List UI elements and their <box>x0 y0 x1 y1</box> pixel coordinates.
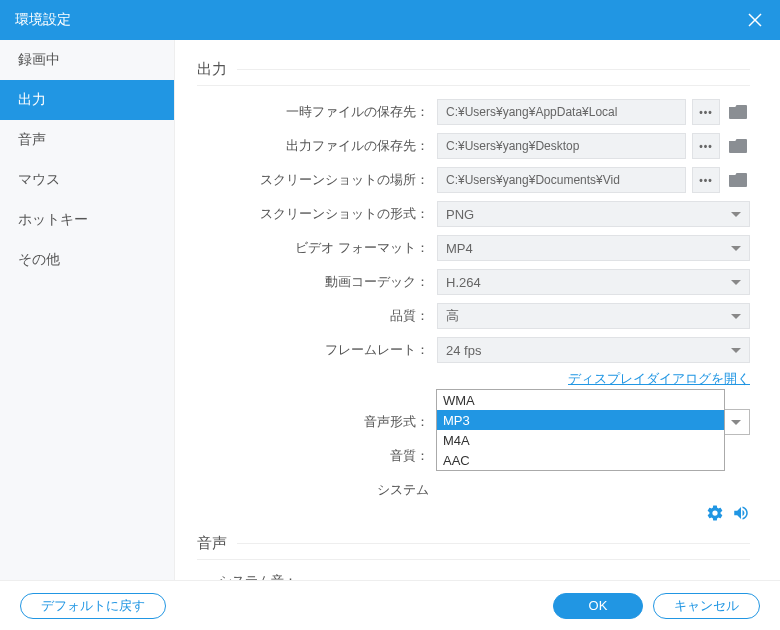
label-audio-format: 音声形式： <box>197 413 437 431</box>
browse-screenshot-path-button[interactable]: ••• <box>692 167 720 193</box>
sidebar-item-label: ホットキー <box>18 211 88 229</box>
browse-output-path-button[interactable]: ••• <box>692 133 720 159</box>
label-system-sound: システム音： <box>219 572 750 580</box>
folder-icon <box>729 105 747 119</box>
title-bar: 環境設定 <box>0 0 780 40</box>
chevron-down-icon <box>731 420 741 425</box>
section-title-output: 出力 <box>197 60 750 86</box>
speaker-icon[interactable] <box>732 504 750 520</box>
video-codec-dropdown[interactable]: H.264 <box>437 269 750 295</box>
window-title: 環境設定 <box>15 11 71 29</box>
cancel-button[interactable]: キャンセル <box>653 593 760 619</box>
sidebar-item-label: マウス <box>18 171 60 189</box>
label-output-path: 出力ファイルの保存先： <box>197 137 437 155</box>
ok-button[interactable]: OK <box>553 593 643 619</box>
sidebar-item-label: 録画中 <box>18 51 60 69</box>
sidebar-item-label: その他 <box>18 251 60 269</box>
default-button[interactable]: デフォルトに戻す <box>20 593 166 619</box>
label-system: システム <box>197 481 437 499</box>
section-title-audio: 音声 <box>197 534 750 560</box>
framerate-dropdown[interactable]: 24 fps <box>437 337 750 363</box>
label-screenshot-format: スクリーンショットの形式： <box>197 205 437 223</box>
dropdown-option-wma[interactable]: WMA <box>437 390 724 410</box>
footer: デフォルトに戻す OK キャンセル <box>0 580 780 630</box>
dropdown-option-aac[interactable]: AAC <box>437 450 724 470</box>
label-audio-quality: 音質： <box>197 447 437 465</box>
video-format-dropdown[interactable]: MP4 <box>437 235 750 261</box>
chevron-down-icon <box>731 212 741 217</box>
chevron-down-icon <box>731 314 741 319</box>
label-screenshot-path: スクリーンショットの場所： <box>197 171 437 189</box>
dropdown-value: 高 <box>446 307 459 325</box>
sidebar-item-recording[interactable]: 録画中 <box>0 40 174 80</box>
dropdown-value: 24 fps <box>446 343 481 358</box>
dropdown-option-m4a[interactable]: M4A <box>437 430 724 450</box>
sidebar-item-mouse[interactable]: マウス <box>0 160 174 200</box>
sidebar-item-label: 音声 <box>18 131 46 149</box>
sidebar-item-other[interactable]: その他 <box>0 240 174 280</box>
sidebar: 録画中 出力 音声 マウス ホットキー その他 <box>0 40 175 580</box>
output-path-field[interactable]: C:¥Users¥yang¥Desktop <box>437 133 686 159</box>
browse-temp-path-button[interactable]: ••• <box>692 99 720 125</box>
sidebar-item-label: 出力 <box>18 91 46 109</box>
speaker-settings-icon[interactable] <box>706 504 724 520</box>
chevron-down-icon <box>731 280 741 285</box>
display-dialog-link[interactable]: ディスプレイダイアログを開く <box>568 370 750 388</box>
sidebar-item-hotkey[interactable]: ホットキー <box>0 200 174 240</box>
open-temp-folder-button[interactable] <box>726 101 750 123</box>
close-icon <box>748 13 762 27</box>
close-button[interactable] <box>745 10 765 30</box>
label-video-format: ビデオ フォーマット： <box>197 239 437 257</box>
quality-dropdown[interactable]: 高 <box>437 303 750 329</box>
dropdown-value: H.264 <box>446 275 481 290</box>
screenshot-format-dropdown[interactable]: PNG <box>437 201 750 227</box>
open-screenshot-folder-button[interactable] <box>726 169 750 191</box>
open-output-folder-button[interactable] <box>726 135 750 157</box>
chevron-down-icon <box>731 246 741 251</box>
folder-icon <box>729 139 747 153</box>
screenshot-path-field[interactable]: C:¥Users¥yang¥Documents¥Vid <box>437 167 686 193</box>
label-temp-path: 一時ファイルの保存先： <box>197 103 437 121</box>
sidebar-item-audio[interactable]: 音声 <box>0 120 174 160</box>
label-quality: 品質： <box>197 307 437 325</box>
dropdown-option-mp3[interactable]: MP3 <box>437 410 724 430</box>
chevron-down-icon <box>731 348 741 353</box>
label-video-codec: 動画コーデック： <box>197 273 437 291</box>
label-framerate: フレームレート： <box>197 341 437 359</box>
temp-path-field[interactable]: C:¥Users¥yang¥AppData¥Local <box>437 99 686 125</box>
sidebar-item-output[interactable]: 出力 <box>0 80 174 120</box>
folder-icon <box>729 173 747 187</box>
audio-format-dropdown-menu: WMA MP3 M4A AAC <box>436 389 725 471</box>
dropdown-value: PNG <box>446 207 474 222</box>
content-pane: 出力 一時ファイルの保存先： C:¥Users¥yang¥AppData¥Loc… <box>175 40 780 580</box>
dropdown-value: MP4 <box>446 241 473 256</box>
